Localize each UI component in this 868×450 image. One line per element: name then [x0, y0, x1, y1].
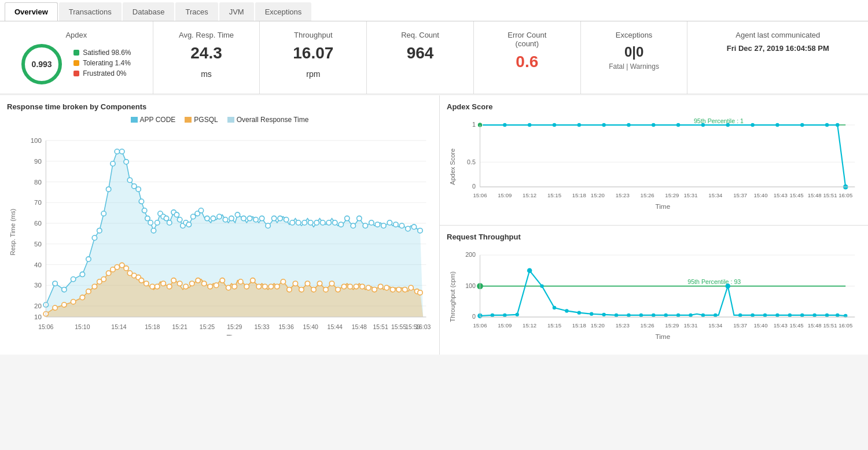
tab-transactions[interactable]: Transactions — [59, 2, 122, 21]
apdex-score-y-label: Apdex Score — [447, 116, 458, 218]
svg-point-66 — [253, 217, 258, 222]
svg-text:Time: Time — [655, 202, 670, 210]
svg-text:15:06: 15:06 — [473, 322, 487, 329]
tab-database[interactable]: Database — [123, 2, 175, 21]
svg-text:15:29: 15:29 — [665, 192, 679, 198]
error-count-title: Error Count (count) — [481, 31, 573, 48]
svg-point-58 — [205, 216, 209, 220]
exceptions-value: 0|0 — [588, 44, 681, 60]
svg-text:15:09: 15:09 — [498, 192, 512, 198]
svg-text:15:48: 15:48 — [808, 192, 822, 198]
svg-point-95 — [53, 305, 57, 310]
svg-text:15:18: 15:18 — [572, 192, 586, 198]
svg-point-59 — [211, 216, 215, 220]
svg-point-194 — [676, 123, 680, 127]
svg-point-248 — [664, 313, 667, 316]
svg-point-136 — [287, 287, 292, 292]
svg-point-123 — [208, 284, 212, 289]
svg-point-72 — [290, 220, 295, 225]
legend-pgsql: PGSQL — [185, 116, 218, 124]
svg-point-130 — [251, 278, 255, 283]
svg-point-260 — [812, 313, 816, 316]
svg-text:0: 0 — [472, 183, 476, 190]
svg-point-31 — [106, 187, 111, 191]
svg-point-251 — [701, 313, 705, 316]
svg-point-57 — [198, 208, 203, 213]
svg-text:15:18: 15:18 — [572, 322, 586, 329]
svg-text:95th Percentile : 1: 95th Percentile : 1 — [694, 117, 744, 124]
svg-point-84 — [363, 223, 367, 228]
svg-point-39 — [139, 199, 144, 204]
svg-point-86 — [375, 222, 380, 227]
svg-text:15:34: 15:34 — [708, 192, 723, 198]
svg-text:16:05: 16:05 — [838, 192, 852, 198]
svg-text:16:05: 16:05 — [838, 322, 852, 329]
svg-point-134 — [275, 284, 279, 289]
svg-text:90: 90 — [34, 158, 42, 165]
svg-point-30 — [101, 211, 106, 216]
svg-text:Time: Time — [226, 334, 242, 335]
svg-point-146 — [348, 284, 352, 289]
tab-traces[interactable]: Traces — [175, 2, 218, 21]
legend-overall: Overall Response Time — [227, 116, 309, 124]
svg-point-258 — [788, 313, 792, 316]
throughput-y-label: Throughput (cpm) — [447, 246, 458, 348]
svg-point-90 — [399, 223, 404, 228]
svg-point-107 — [124, 266, 128, 271]
svg-point-83 — [357, 216, 362, 220]
svg-text:10: 10 — [34, 313, 42, 320]
svg-point-38 — [136, 187, 141, 191]
error-count-cell: Error Count (count) 0.6 — [474, 21, 581, 94]
svg-point-29 — [97, 228, 102, 233]
svg-text:15:23: 15:23 — [616, 322, 630, 329]
tab-exceptions[interactable]: Exceptions — [255, 2, 312, 21]
svg-point-256 — [763, 313, 767, 316]
svg-point-142 — [323, 287, 328, 292]
svg-text:15:33: 15:33 — [254, 323, 269, 330]
svg-point-42 — [148, 220, 153, 225]
svg-text:15:40: 15:40 — [303, 323, 318, 330]
svg-text:15:10: 15:10 — [75, 323, 90, 330]
tab-overview[interactable]: Overview — [5, 2, 58, 21]
svg-point-70 — [278, 216, 282, 220]
svg-point-91 — [406, 226, 410, 231]
svg-text:15:34: 15:34 — [708, 322, 723, 329]
svg-point-117 — [171, 278, 176, 283]
svg-point-79 — [333, 220, 337, 225]
svg-point-75 — [308, 220, 313, 225]
svg-point-121 — [196, 278, 200, 283]
svg-point-143 — [329, 281, 334, 286]
svg-text:15:15: 15:15 — [547, 192, 561, 198]
throughput-value: 16.07 rpm — [267, 44, 359, 81]
svg-text:15:25: 15:25 — [200, 323, 215, 330]
response-time-svg: 100 90 80 70 60 50 40 30 20 10 — [19, 128, 432, 335]
svg-point-249 — [676, 313, 680, 316]
svg-text:200: 200 — [465, 251, 476, 258]
svg-point-131 — [256, 284, 261, 289]
svg-point-96 — [62, 303, 67, 307]
svg-point-139 — [305, 281, 310, 286]
legend-appcode: APP CODE — [131, 116, 176, 124]
svg-point-243 — [602, 312, 605, 316]
svg-point-69 — [271, 216, 276, 220]
svg-text:100: 100 — [31, 137, 42, 144]
metrics-row: Apdex 0.993 Satisfied 98.6% Tolerating 1… — [0, 21, 868, 94]
svg-point-235 — [503, 313, 506, 316]
svg-point-133 — [269, 284, 273, 289]
svg-point-190 — [578, 123, 581, 127]
svg-point-192 — [627, 123, 630, 127]
svg-point-144 — [336, 287, 340, 292]
svg-point-85 — [369, 220, 374, 225]
response-time-chart: Response time broken by Components APP C… — [0, 95, 440, 355]
svg-point-199 — [800, 123, 804, 127]
tab-jvm[interactable]: JVM — [219, 2, 254, 21]
svg-text:60: 60 — [34, 220, 42, 227]
agent-cell: Agent last communicated Fri Dec 27, 2019… — [687, 21, 868, 94]
svg-point-43 — [151, 228, 156, 233]
svg-point-113 — [150, 284, 155, 289]
svg-text:15:43: 15:43 — [774, 192, 788, 198]
svg-point-147 — [354, 284, 358, 289]
svg-point-34 — [120, 149, 124, 154]
svg-point-92 — [411, 224, 416, 229]
svg-text:15:31: 15:31 — [683, 322, 697, 329]
